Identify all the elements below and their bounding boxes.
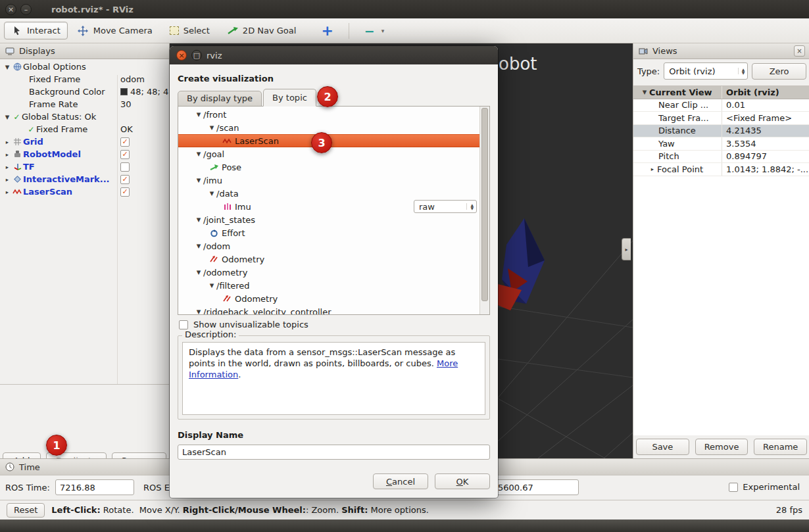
window-bottom-edge — [0, 520, 809, 532]
view-row-near-clip[interactable]: Near Clip ... 0.01 — [633, 99, 809, 112]
expander-open-icon[interactable]: ▼ — [194, 308, 203, 315]
display-row-interactivemarkers[interactable]: ▸ InteractiveMark... ✓ — [0, 173, 169, 185]
display-row-tf[interactable]: ▸ TF — [0, 160, 169, 173]
add-tool-button[interactable]: + — [314, 22, 340, 39]
interactivemarkers-enabled-checkbox[interactable]: ✓ — [120, 175, 130, 184]
expander-open-icon[interactable]: ▼ — [194, 151, 203, 157]
property-row-background-color[interactable]: Background Color 48; 48; 48 — [0, 85, 169, 98]
reset-button[interactable]: Reset — [7, 503, 45, 518]
scrollbar-thumb[interactable] — [481, 108, 488, 301]
property-row-fixed-frame-status[interactable]: ✓ Fixed Frame OK — [0, 123, 169, 135]
dialog-maximize-button[interactable]: □ — [191, 50, 202, 60]
spinner-arrows-icon: ▲▼ — [466, 203, 474, 210]
description-label: Description: — [182, 329, 239, 339]
panel-resize-handle[interactable]: ▸ — [622, 238, 631, 260]
view-row-pitch[interactable]: Pitch 0.894797 — [633, 151, 809, 164]
wall-time-field[interactable] — [493, 479, 579, 495]
views-panel-header[interactable]: Views × — [633, 43, 809, 59]
topic-row-joint-states[interactable]: ▼ /joint_states — [178, 213, 479, 226]
topic-row-odometry-ns[interactable]: ▼ /odometry — [178, 266, 479, 279]
expander-closed-icon[interactable]: ▸ — [3, 151, 12, 158]
topic-row-pose[interactable]: Pose — [178, 160, 479, 174]
property-row-global-status[interactable]: ▼ ✓ Global Status: Ok — [0, 110, 169, 123]
expander-open-icon[interactable]: ▼ — [207, 124, 216, 131]
grid-enabled-checkbox[interactable]: ✓ — [120, 137, 130, 147]
topic-row-front[interactable]: ▼ /front — [178, 108, 479, 121]
tab-by-display-type[interactable]: By display type — [178, 91, 262, 107]
displays-panel-header[interactable]: Displays — [0, 43, 169, 59]
imu-queue-combo[interactable]: raw ▲▼ — [414, 200, 477, 213]
ros-time-label: ROS Time: — [5, 483, 50, 493]
tab-by-topic[interactable]: By topic — [263, 89, 316, 107]
view-row-target-frame[interactable]: Target Fra... <Fixed Frame> — [633, 112, 809, 125]
expander-open-icon[interactable]: ▼ — [640, 89, 649, 95]
expander-open-icon[interactable]: ▼ — [194, 269, 203, 276]
topic-tree-scrollbar[interactable] — [479, 107, 489, 314]
topic-row-odometry[interactable]: Odometry — [178, 253, 479, 266]
experimental-checkbox[interactable]: Experimental — [729, 482, 800, 492]
expander-open-icon[interactable]: ▼ — [207, 282, 216, 289]
select-tool-button[interactable]: Select — [162, 22, 217, 39]
expander-open-icon[interactable]: ▼ — [194, 177, 203, 183]
property-column-divider[interactable] — [117, 75, 118, 384]
expander-open-icon[interactable]: ▼ — [3, 64, 12, 70]
expander-closed-icon[interactable]: ▸ — [648, 166, 657, 172]
laserscan-enabled-checkbox[interactable]: ✓ — [120, 187, 130, 197]
interactive-marker-label: obot — [499, 54, 537, 74]
expander-closed-icon[interactable]: ▸ — [3, 176, 12, 183]
interact-tool-button[interactable]: Interact — [4, 22, 68, 39]
window-minimize-button[interactable]: – — [20, 4, 32, 15]
display-name-input[interactable] — [178, 445, 490, 460]
topic-row-imu-ns[interactable]: ▼ /imu — [178, 174, 479, 187]
ok-button[interactable]: OK — [435, 473, 490, 489]
display-row-robotmodel[interactable]: ▸ RobotModel ✓ — [0, 148, 169, 160]
topic-row-ridgeback[interactable]: ▼ /ridgeback_velocity_controller — [178, 305, 479, 315]
view-type-combo[interactable]: Orbit (rviz) ▲▼ — [664, 62, 748, 80]
robotmodel-enabled-checkbox[interactable]: ✓ — [120, 150, 130, 159]
tf-enabled-checkbox[interactable] — [120, 162, 130, 172]
remove-tool-button[interactable]: − ▾ — [357, 22, 391, 39]
topic-row-data[interactable]: ▼ /data — [178, 187, 479, 200]
topic-row-odometry-filtered[interactable]: Odometry — [178, 292, 479, 305]
property-row-frame-rate[interactable]: Frame Rate 30 — [0, 98, 169, 110]
topic-row-scan[interactable]: ▼ /scan — [178, 121, 479, 134]
window-close-button[interactable]: × — [5, 4, 16, 15]
cancel-button[interactable]: Cancel — [373, 473, 428, 489]
property-row-global-options[interactable]: ▼ Global Options — [0, 60, 169, 73]
topic-row-effort[interactable]: Effort — [178, 226, 479, 239]
dialog-titlebar[interactable]: × □ rviz — [170, 46, 498, 64]
expander-closed-icon[interactable]: ▸ — [3, 164, 12, 170]
expander-open-icon[interactable]: ▼ — [194, 111, 203, 118]
add-display-button[interactable]: Add — [3, 452, 41, 458]
displays-tree: ▼ Global Options Fixed Frame odom Backgr… — [0, 59, 169, 198]
save-view-button[interactable]: Save — [636, 439, 689, 455]
show-unvisualizable-checkbox[interactable]: Show unvisualizable topics — [179, 320, 308, 329]
topic-row-filtered[interactable]: ▼ /filtered — [178, 279, 479, 292]
topic-row-imu[interactable]: Imu raw ▲▼ — [178, 200, 479, 213]
ros-time-field[interactable] — [55, 479, 134, 495]
expander-open-icon[interactable]: ▼ — [207, 190, 216, 197]
zero-button[interactable]: Zero — [752, 63, 806, 80]
views-close-button[interactable]: × — [794, 45, 805, 57]
nav-goal-tool-button[interactable]: 2D Nav Goal — [220, 22, 304, 39]
dialog-close-button[interactable]: × — [176, 50, 187, 60]
view-row-focal-point[interactable]: ▸ Focal Point 1.0143; 1.8842; -... — [633, 163, 809, 176]
spinner-arrows-icon[interactable]: ▲▼ — [738, 68, 745, 74]
property-row-fixed-frame[interactable]: Fixed Frame odom — [0, 73, 169, 85]
view-row-distance[interactable]: Distance 4.21435 — [633, 125, 809, 138]
rename-view-button[interactable]: Rename — [754, 439, 807, 455]
checkbox-icon — [729, 483, 738, 492]
move-camera-tool-button[interactable]: Move Camera — [70, 22, 160, 40]
expander-open-icon[interactable]: ▼ — [3, 114, 12, 120]
expander-open-icon[interactable]: ▼ — [194, 243, 203, 249]
expander-open-icon[interactable]: ▼ — [194, 216, 203, 223]
display-row-laserscan[interactable]: ▸ LaserScan ✓ — [0, 185, 169, 198]
remove-view-button[interactable]: Remove — [695, 439, 748, 455]
view-row-current-view[interactable]: ▼ Current View Orbit (rviz) — [633, 86, 809, 99]
remove-display-button[interactable]: Remove — [112, 452, 166, 458]
expander-closed-icon[interactable]: ▸ — [3, 189, 12, 195]
expander-closed-icon[interactable]: ▸ — [3, 139, 12, 145]
view-row-yaw[interactable]: Yaw 3.5354 — [633, 137, 809, 151]
topic-row-odom[interactable]: ▼ /odom — [178, 239, 479, 253]
display-row-grid[interactable]: ▸ Grid ✓ — [0, 135, 169, 148]
